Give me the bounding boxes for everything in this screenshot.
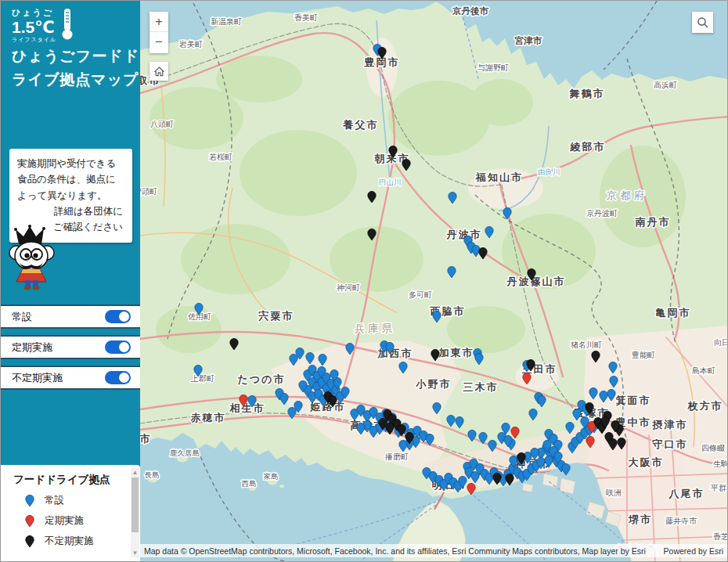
- map-label: 京都府: [607, 189, 648, 201]
- map-label: 家島: [264, 472, 279, 481]
- mascot-character: [4, 223, 60, 290]
- toggle-label: 定期実施: [12, 340, 52, 355]
- map-label: 舞鶴市: [569, 88, 605, 99]
- toggle-label: 常設: [12, 310, 32, 324]
- legend-pin-icon: [24, 494, 35, 507]
- scrollbar-thumb[interactable]: [132, 477, 139, 532]
- legend-item-label: 常設: [45, 494, 64, 507]
- map-label: 多可町: [409, 290, 432, 299]
- map-label: 香芝: [713, 532, 728, 541]
- toggle-row-定期実施[interactable]: 定期実施: [1, 335, 140, 359]
- zoom-control: + −: [150, 12, 168, 53]
- search-button[interactable]: [692, 12, 713, 33]
- map-label: 兵庫県: [355, 322, 396, 334]
- map-label: 向日: [714, 338, 728, 347]
- map-label: 堺市: [628, 513, 652, 525]
- thermometer-icon: [60, 8, 74, 41]
- map-label: 咲洲: [606, 488, 622, 497]
- map-label: 福知山市: [475, 171, 523, 183]
- map-label: 三木市: [463, 381, 499, 393]
- map-label: 長島: [145, 470, 160, 479]
- map-label: 神河町: [337, 283, 360, 292]
- logo-line1: ひょうご: [12, 7, 56, 19]
- map-label: 上郡町: [190, 374, 214, 383]
- map-label: 平群: [711, 484, 726, 492]
- map-label: 香美町: [294, 13, 318, 22]
- page-title-line1: ひょうごフードド: [12, 45, 139, 68]
- map-label: 養父市: [343, 119, 379, 131]
- map-label: 宮津市: [514, 35, 542, 45]
- zoom-in-button[interactable]: +: [150, 12, 168, 32]
- page-title: ひょうごフードド ライブ拠点マップ: [12, 45, 139, 92]
- attribution-text: Map data © OpenStreetMap contributors, M…: [144, 546, 646, 556]
- map-label: 大阪市: [629, 456, 664, 468]
- map-label: 京丹波町: [586, 209, 618, 218]
- map-label: 箕面市: [616, 394, 651, 406]
- legend-item-常設: 常設: [13, 494, 129, 507]
- home-icon: [153, 66, 165, 77]
- map-label: 西島: [242, 479, 257, 488]
- map-label: 綾部市: [570, 141, 606, 153]
- legend-title: フードドライブ拠点: [13, 473, 129, 487]
- logo-line3: ライフスタイル: [12, 36, 56, 44]
- logo-line2: 1.5℃: [12, 19, 56, 36]
- toggle-switch-on[interactable]: [105, 371, 131, 384]
- map-attribution: Map data © OpenStreetMap contributors, M…: [140, 544, 727, 557]
- map-label: 若桜町: [209, 153, 232, 161]
- legend-item-label: 定期実施: [45, 514, 84, 528]
- map-label: 丹波篠山市: [506, 276, 566, 287]
- legend-panel: フードドライブ拠点 常設定期実施不定期実施 ▲ ▼: [1, 465, 140, 562]
- scroll-up-icon[interactable]: ▲: [131, 468, 139, 477]
- legend-item-不定期実施: 不定期実施: [13, 535, 129, 548]
- map-label: 播磨町: [384, 452, 409, 461]
- toggle-switch-on[interactable]: [105, 340, 131, 354]
- map-label: 小野市: [416, 378, 452, 390]
- layer-toggles: 常設定期実施不定期実施: [1, 304, 140, 396]
- home-button[interactable]: [150, 62, 168, 81]
- zoom-out-button[interactable]: −: [150, 32, 168, 52]
- map-label: 鹿久居島: [170, 449, 200, 457]
- scroll-down-icon[interactable]: ▼: [131, 549, 139, 557]
- legend-items: 常設定期実施不定期実施: [13, 494, 129, 548]
- sidebar: ひょうご 1.5℃ ライフスタイル ひょうごフードド ライブ拠点マップ 実施期間…: [1, 1, 140, 562]
- map-label: 八頭町: [150, 120, 174, 128]
- legend-scrollbar[interactable]: ▲ ▼: [131, 468, 139, 557]
- legend-item-定期実施: 定期実施: [13, 514, 129, 528]
- map-label: 京丹後市: [452, 5, 489, 16]
- map-label: 円山川: [379, 178, 402, 186]
- map-label: たつの市: [238, 373, 286, 385]
- map-label: 相生市: [229, 402, 265, 414]
- map-label: 新温泉町: [211, 17, 242, 26]
- map-label: 猪名川町: [571, 340, 602, 349]
- app-window: 新温泉町香美町京丹後市岩美町宮津市豊岡市与謝野町高浜町舞鶴市鳥取市八頭町養父市綾…: [0, 0, 728, 562]
- legend-pin-icon: [24, 514, 35, 528]
- map-label: 由良川: [538, 168, 560, 176]
- map-label: 豊能町: [632, 351, 655, 359]
- legend-pin-icon: [24, 535, 35, 548]
- map-label: 丹波市: [446, 229, 482, 240]
- map-label: 生駒: [713, 459, 728, 468]
- map-label: 枚方市: [687, 400, 723, 412]
- search-icon: [697, 16, 709, 29]
- legend-item-label: 不定期実施: [45, 535, 94, 548]
- map-label: 高浜町: [654, 81, 677, 89]
- map-label: 藤井寺市: [665, 517, 697, 525]
- notice-line: 詳細は各団体に: [17, 204, 126, 219]
- map-label: 加東市: [438, 347, 474, 358]
- notice-line: 食品の条件は、拠点に: [17, 171, 126, 187]
- toggle-switch-on[interactable]: [105, 310, 131, 323]
- map-label: 南丹市: [635, 216, 671, 228]
- map-label: 守口市: [653, 438, 688, 450]
- toggle-label: 不定期実施: [12, 371, 63, 385]
- map-label: 八尾市: [669, 488, 705, 499]
- toggle-row-常設[interactable]: 常設: [1, 304, 140, 329]
- hyogo-15c-logo: ひょうご 1.5℃ ライフスタイル: [12, 7, 56, 44]
- map-label: 宍粟市: [258, 310, 294, 322]
- map-label: 赤穂市: [191, 412, 226, 423]
- page-title-line2: ライブ拠点マップ: [12, 68, 139, 92]
- map-label: 四條畷: [701, 444, 725, 452]
- toggle-row-不定期実施[interactable]: 不定期実施: [1, 366, 140, 390]
- map-label: 岩美町: [179, 40, 203, 49]
- notice-line: よって異なります。: [17, 188, 126, 204]
- map-label: 与謝野町: [478, 63, 509, 72]
